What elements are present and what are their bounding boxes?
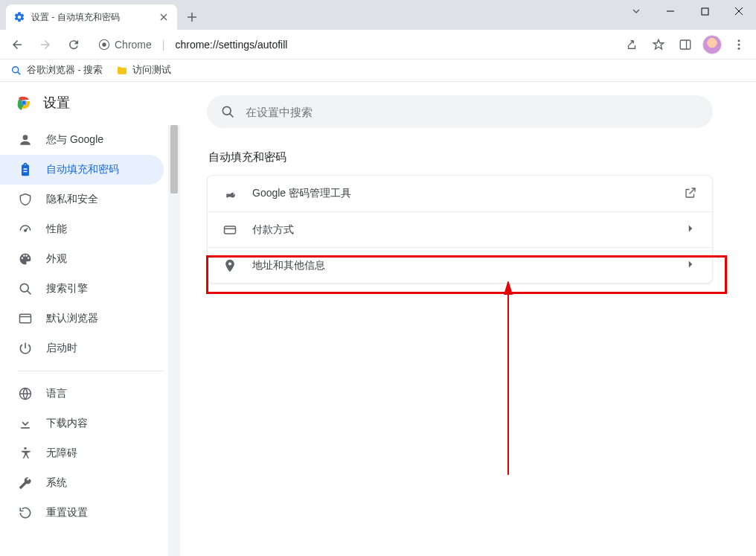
nav-item-downloads[interactable]: 下载内容 [0,409,164,438]
power-icon [18,341,33,356]
svg-rect-0 [702,8,708,15]
download-icon [18,416,33,431]
svg-line-9 [18,71,21,74]
settings-card: Google 密码管理工具付款方式地址和其他信息 [207,175,713,284]
accessibility-icon [18,446,33,461]
row-label: 付款方式 [252,223,669,237]
svg-line-17 [28,291,31,295]
svg-point-5 [738,39,740,42]
globe-icon [18,386,33,401]
close-window-button[interactable] [722,0,756,22]
svg-rect-18 [20,314,31,323]
nav-label: 系统 [46,476,67,490]
pin-icon [222,258,237,273]
nav-item-accessibility[interactable]: 无障碍 [0,438,164,468]
settings-gear-icon [13,11,25,23]
nav-item-reset[interactable]: 重置设置 [0,498,164,528]
search-icon [18,281,33,296]
search-icon [220,104,235,119]
nav-item-default-browser[interactable]: 默认浏览器 [0,304,164,333]
menu-button[interactable] [726,32,752,57]
url-text: chrome://settings/autofill [175,39,287,51]
svg-point-13 [22,101,26,105]
site-info-icon[interactable]: Chrome [98,39,152,51]
bookmark-item[interactable]: 谷歌浏览器 - 搜索 [10,64,103,77]
settings-search-input[interactable] [246,106,699,118]
person-icon [18,132,33,147]
window-controls [619,0,756,30]
browser-tab[interactable]: 设置 - 自动填充和密码 [6,4,177,30]
svg-point-6 [738,43,740,45]
nav-label: 无障碍 [46,447,77,460]
bookmark-label: 谷歌浏览器 - 搜索 [27,64,103,77]
side-panel-icon[interactable] [673,32,698,57]
speed-icon [18,222,33,237]
svg-rect-24 [225,226,236,234]
maximize-button[interactable] [688,0,722,22]
search-icon [10,65,22,77]
nav-item-performance[interactable]: 性能 [0,214,164,244]
card-icon [222,223,237,237]
window-titlebar: 设置 - 自动填充和密码 [0,0,756,30]
nav-item-search-engine[interactable]: 搜索引擎 [0,274,164,304]
nav-item-system[interactable]: 系统 [0,468,164,498]
reload-button[interactable] [61,32,86,57]
nav-item-languages[interactable]: 语言 [0,379,164,409]
settings-nav: 您与 Google自动填充和密码隐私和安全性能外观搜索引擎默认浏览器启动时语言下… [0,122,180,528]
clipboard-icon [18,162,33,177]
bookmark-label: 访问测试 [132,64,171,77]
tab-strip: 设置 - 自动填充和密码 [0,0,202,30]
sidebar-scrollbar[interactable] [168,125,180,556]
bookmark-folder[interactable]: 访问测试 [116,64,171,77]
settings-row-payments[interactable]: 付款方式 [208,211,712,247]
minimize-button[interactable] [653,0,688,22]
forward-button[interactable] [33,32,58,57]
address-bar[interactable]: Chrome | chrome://settings/autofill [89,33,616,56]
svg-line-23 [230,114,234,118]
nav-label: 启动时 [46,342,77,355]
tab-title: 设置 - 自动填充和密码 [31,11,152,24]
browser-toolbar: Chrome | chrome://settings/autofill [0,30,756,60]
svg-point-2 [102,42,106,46]
settings-row-password-manager[interactable]: Google 密码管理工具 [208,176,712,211]
settings-row-addresses[interactable]: 地址和其他信息 [208,247,712,283]
settings-search[interactable] [207,95,713,128]
nav-label: 隐私和安全 [46,193,98,206]
bookmarks-bar: 谷歌浏览器 - 搜索 访问测试 [0,60,756,82]
url-separator: | [162,39,165,51]
nav-separator [18,371,164,371]
nav-item-on-startup[interactable]: 启动时 [0,333,164,363]
back-button[interactable] [4,32,30,57]
svg-point-7 [738,47,740,49]
settings-page: 设置 您与 Google自动填充和密码隐私和安全性能外观搜索引擎默认浏览器启动时… [0,82,756,556]
settings-title: 设置 [43,94,70,112]
key-icon [222,186,237,201]
nav-item-you-and-google[interactable]: 您与 Google [0,125,164,155]
new-tab-button[interactable] [182,7,202,28]
nav-item-privacy[interactable]: 隐私和安全 [0,185,164,214]
profile-avatar[interactable] [699,32,725,57]
nav-item-appearance[interactable]: 外观 [0,244,164,274]
reset-icon [18,505,33,520]
tab-close-icon[interactable] [158,11,170,23]
chrome-logo-icon [15,94,33,112]
share-button[interactable] [619,32,644,57]
shield-icon [18,192,33,207]
bookmark-star-icon[interactable] [646,32,671,57]
svg-point-21 [24,447,26,450]
nav-label: 自动填充和密码 [46,163,119,176]
browser-icon [18,311,33,326]
settings-sidebar: 设置 您与 Google自动填充和密码隐私和安全性能外观搜索引擎默认浏览器启动时… [0,82,180,556]
url-host-label: Chrome [115,39,152,51]
nav-item-autofill[interactable]: 自动填充和密码 [0,155,164,185]
svg-point-15 [25,229,27,231]
svg-rect-3 [680,40,691,49]
nav-label: 性能 [46,223,67,236]
palette-icon [18,252,33,266]
row-label: Google 密码管理工具 [252,187,669,200]
tab-search-button[interactable] [619,0,653,22]
nav-label: 外观 [46,252,67,266]
nav-label: 下载内容 [46,417,88,430]
nav-label: 语言 [46,387,67,400]
section-title: 自动填充和密码 [208,150,729,164]
